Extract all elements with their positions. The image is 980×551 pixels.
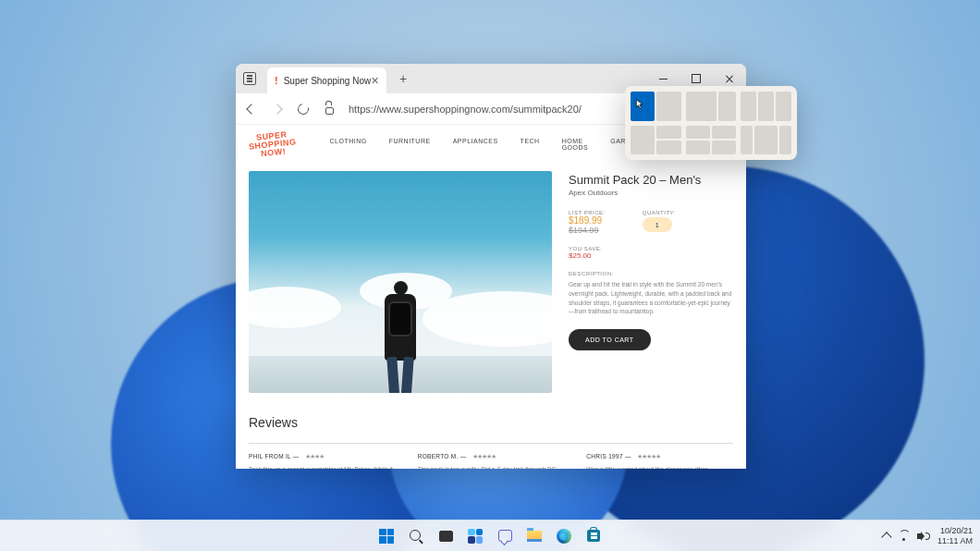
quantity-label: QUANTITY: <box>643 210 676 215</box>
product-brand: Apex Outdoors <box>569 189 733 197</box>
nav-appliances[interactable]: APPLIANCES <box>453 138 498 151</box>
nav-home-goods[interactable]: HOME GOODS <box>562 138 589 151</box>
system-tray[interactable] <box>883 531 928 541</box>
nav-furniture[interactable]: FURNITURE <box>389 138 431 151</box>
snap-layout-3col[interactable] <box>741 92 791 121</box>
list-price: $194.99 <box>569 226 606 235</box>
clock[interactable]: 10/20/21 11:11 AM <box>937 526 973 546</box>
tab-close-icon[interactable]: ✕ <box>371 75 379 87</box>
description-text: Gear up and hit the trail in style with … <box>569 280 733 316</box>
start-button[interactable] <box>374 523 399 549</box>
forward-button[interactable] <box>271 103 284 116</box>
cursor-icon <box>635 97 644 108</box>
volume-icon[interactable] <box>917 532 928 541</box>
quantity-stepper[interactable]: 1 <box>643 217 672 232</box>
edge-button[interactable] <box>551 523 577 549</box>
review-item: CHRIS 1997 — ★★★★★ Was a little worried … <box>586 453 733 469</box>
review-item: ROBERTO M. — ★★★★★ This pack is top qual… <box>418 453 565 469</box>
snap-layout-2col-even[interactable] <box>631 92 681 121</box>
back-button[interactable] <box>245 103 258 116</box>
lock-icon <box>323 103 336 116</box>
tab-title: Super Shopping Now <box>284 76 372 86</box>
new-tab-button[interactable]: + <box>392 67 414 90</box>
description-label: DESCRIPTION: <box>569 271 733 276</box>
browser-tab[interactable]: ! Super Shopping Now ✕ <box>267 67 386 93</box>
reviews-heading: Reviews <box>249 415 733 430</box>
chat-button[interactable] <box>492 523 518 549</box>
star-icon: ★★★★★ <box>472 453 496 459</box>
you-save-amount: $25.00 <box>569 251 733 260</box>
site-logo[interactable]: SUPER SHOPPING NOW! <box>248 129 298 159</box>
star-icon: ★★★★★ <box>637 453 660 459</box>
sale-price: $189.99 <box>569 215 606 226</box>
add-to-cart-button[interactable]: ADD TO CART <box>569 329 651 350</box>
taskbar: 10/20/21 11:11 AM <box>0 520 980 551</box>
widgets-button[interactable] <box>462 523 488 549</box>
reload-button[interactable] <box>297 103 310 116</box>
store-button[interactable] <box>581 523 606 549</box>
snap-layout-quad[interactable] <box>686 126 737 155</box>
product-title: Summit Pack 20 – Men's <box>569 173 733 187</box>
wifi-icon[interactable] <box>898 532 910 541</box>
star-icon: ★★★★ <box>305 453 324 459</box>
product-image <box>249 171 552 393</box>
page-content: SUPER SHOPPING NOW! CLOTHING FURNITURE A… <box>236 125 746 469</box>
search-button[interactable] <box>403 523 429 549</box>
nav-clothing[interactable]: CLOTHING <box>330 138 367 151</box>
review-item: PHIL FROM IL — ★★★★ Took this on a recen… <box>249 453 396 469</box>
snap-layouts-popup <box>625 86 797 160</box>
snap-layout-3col-wide-center[interactable] <box>741 126 791 155</box>
tray-overflow-icon[interactable] <box>881 532 891 542</box>
snap-layout-2col-wide-left[interactable] <box>686 92 737 121</box>
task-view-button[interactable] <box>433 523 459 549</box>
nav-tech[interactable]: TECH <box>521 138 540 151</box>
product-details: Summit Pack 20 – Men's Apex Outdoors LIS… <box>569 171 733 393</box>
tab-actions-icon[interactable] <box>243 72 256 85</box>
favicon-icon: ! <box>275 75 278 86</box>
desktop-wallpaper: ! Super Shopping Now ✕ + https://www.sup… <box>0 0 980 551</box>
snap-layout-left-plus-stack[interactable] <box>631 126 681 155</box>
file-explorer-button[interactable] <box>521 523 547 549</box>
